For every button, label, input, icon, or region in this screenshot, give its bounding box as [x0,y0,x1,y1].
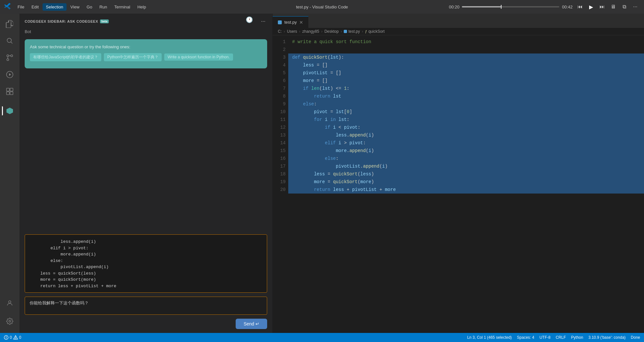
activity-settings[interactable] [2,313,18,329]
skip-forward-button[interactable]: ⏭ [597,2,607,12]
sidebar: CODEGEEX SIDEBAR: ASK CODEGEEX beta ··· … [19,14,273,333]
file-icon [344,30,347,33]
status-position[interactable]: Ln 3, Col 1 (465 selected) [467,335,512,340]
status-bar: 0 0 Ln 3, Col 1 (465 selected) Spaces: 4… [0,333,644,342]
menu-selection[interactable]: Selection [43,3,66,11]
code-editor[interactable]: # write a quick sort function def quickS… [288,37,644,333]
code-line-9: else: [288,100,644,108]
status-python-version[interactable]: 3.10.9 ('base': conda) [588,335,626,340]
split-view-button[interactable]: ⧉ [619,2,629,12]
suggestion-python-dict[interactable]: Python中怎样遍历一个字典？ [104,53,161,61]
title-bar: File Edit Selection View Go Run Terminal… [0,0,644,14]
breadcrumb: C: › Users › zhangy85 › Desktop › test.p… [273,28,644,35]
svg-point-1 [11,55,13,57]
activity-source-control[interactable] [2,50,18,65]
time-start: 00:20 [449,5,460,9]
status-sync[interactable]: Done [631,335,640,340]
status-right: Ln 3, Col 1 (465 selected) Spaces: 4 UTF… [467,335,640,340]
svg-point-0 [7,59,9,61]
status-errors[interactable]: 0 0 [4,335,21,340]
code-line-17: pivotList.append(i) [288,162,644,170]
status-encoding[interactable]: UTF-8 [539,335,551,340]
activity-run-debug[interactable] [2,67,18,82]
code-preview-line-4: else: [30,258,262,264]
status-language[interactable]: Python [571,335,583,340]
code-preview-panel: less.append(i) elif i > pivot: more.appe… [25,234,267,293]
code-line-4: less = [] [288,61,644,69]
status-line-ending[interactable]: CRLF [556,335,566,340]
function-icon: ƒ [365,29,367,33]
chat-input[interactable]: 你能给我解释一下这个函数吗？ [25,297,267,313]
code-preview-line-7: more = quickSort(more) [30,277,262,283]
svg-rect-5 [6,88,9,91]
activity-search[interactable] [2,33,18,49]
sidebar-header: CODEGEEX SIDEBAR: ASK CODEGEEX beta ··· [19,14,272,28]
send-button[interactable]: Send ↵ [236,319,267,329]
menu-terminal[interactable]: Terminal [111,3,133,11]
editor-area: test.py ✕ C: › Users › zhangy85 › Deskto… [273,14,644,333]
code-line-11: for i in lst: [288,116,644,124]
breadcrumb-sep-1: › [284,29,285,34]
menu-go[interactable]: Go [83,3,95,11]
menu-view[interactable]: View [67,3,83,11]
breadcrumb-function: ƒ quickSort [365,29,385,34]
breadcrumb-sep-4: › [341,29,342,34]
menu-file[interactable]: File [14,3,28,11]
code-line-10: pivot = lst[0] [288,108,644,116]
code-line-8: return lst [288,92,644,100]
activity-codegeex[interactable] [2,103,18,119]
code-line-19: more = quickSort(more) [288,178,644,186]
breadcrumb-desktop: Desktop [324,29,339,34]
svg-marker-9 [6,108,13,114]
menu-run[interactable]: Run [96,3,110,11]
svg-point-2 [7,55,9,57]
breadcrumb-sep-5: › [362,29,363,34]
svg-rect-6 [10,88,13,91]
play-button[interactable]: ▶ [586,2,596,12]
code-line-5: pivotList = [] [288,69,644,77]
code-preview-line-3: more.append(i) [30,251,262,258]
code-preview-line-8: return less + pivotList + more [30,283,262,289]
code-line-14: elif i > pivot: [288,139,644,147]
timer-icon[interactable]: 🕐 [246,16,253,23]
code-preview-line-5: pivotList.append(i) [30,264,262,270]
code-line-16: else: [288,155,644,162]
breadcrumb-users: Users [287,29,297,34]
editor-tab-testpy[interactable]: test.py ✕ [273,16,308,28]
suggestion-buttons: 有哪些给JavaScript的初学者的建议？ Python中怎样遍历一个字典？ … [30,53,262,63]
monitor-icon[interactable]: 🖥 [608,2,618,12]
code-line-1: # write a quick sort function [288,38,644,46]
bot-label: Bot [19,28,272,37]
code-line-7: if len(lst) <= 1: [288,85,644,92]
status-spaces[interactable]: Spaces: 4 [517,335,534,340]
activity-explorer[interactable] [2,16,18,32]
sidebar-more-button[interactable]: ··· [259,18,267,25]
time-end: 00:42 [562,5,573,9]
breadcrumb-user: zhangy85 [302,29,319,34]
activity-bar [0,14,19,333]
suggestion-javascript[interactable]: 有哪些给JavaScript的初学者的建议？ [30,53,101,61]
main-layout: CODEGEEX SIDEBAR: ASK CODEGEEX beta ··· … [0,14,644,333]
more-button[interactable]: ··· [630,2,640,12]
error-count: 0 [10,335,12,340]
tab-close-button[interactable]: ✕ [299,20,303,25]
svg-point-10 [8,301,11,303]
menu-help[interactable]: Help [134,3,149,11]
window-title: test.py - Visual Studio Code [296,5,348,9]
code-line-13: less.append(i) [288,131,644,139]
activity-account[interactable] [2,295,18,311]
suggestions-intro: Ask some technical question or try the f… [30,44,262,49]
skip-back-button[interactable]: ⏮ [575,2,585,12]
chat-input-area: 你能给我解释一下这个函数吗？ [25,297,267,315]
tab-label: test.py [284,20,297,25]
code-preview-line-1: less.append(i) [30,239,262,245]
timeline-bar[interactable] [462,6,559,7]
suggestion-quicksort[interactable]: Write a quicksort function in Python. [164,53,233,61]
menu-edit[interactable]: Edit [28,3,42,11]
editor-body[interactable]: 1 2 3 4 5 6 7 8 9 10 11 12 13 14 15 16 1… [273,35,644,333]
window-controls: ⏮ ▶ ⏭ 🖥 ⧉ ··· [575,2,640,12]
activity-bottom-section [2,295,18,333]
svg-rect-7 [6,92,9,95]
sidebar-badge: beta [100,19,109,23]
activity-extensions[interactable] [2,84,18,99]
